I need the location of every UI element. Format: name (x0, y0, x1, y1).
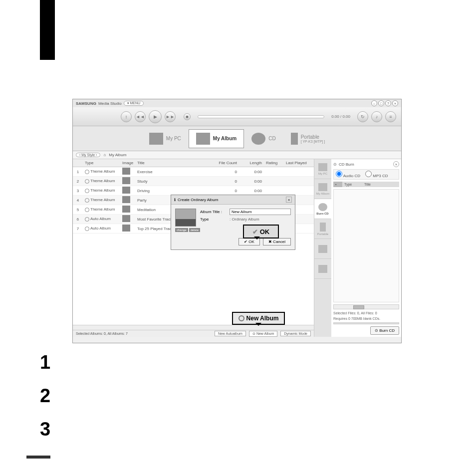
footer-status: Selected Albums: 0, All Albums: 7 (76, 332, 128, 335)
cd-icon (318, 203, 327, 211)
radio-mp3cd[interactable]: MP3 CD (365, 171, 388, 178)
check-icon (252, 228, 258, 236)
dialog-title: Create Ordinary Album (178, 198, 218, 202)
thumbnail-icon (122, 168, 130, 175)
row-index: 4 (73, 197, 83, 204)
table-row[interactable]: 2Theme AlbumStudy00:00 (73, 177, 314, 186)
next-button[interactable]: ►► (165, 111, 176, 122)
progress-bar[interactable] (198, 115, 324, 118)
time-display: 0.00 / 0.00 (331, 114, 350, 119)
menu-button[interactable]: ▾ MENU (124, 101, 144, 106)
portable-icon (320, 223, 326, 232)
panel-title: CD Burn (339, 162, 354, 167)
col-filecount[interactable]: File Count (214, 159, 239, 167)
album-type-value: : Ordinary Album (230, 217, 259, 222)
col-image[interactable]: Image (120, 159, 135, 167)
change-art-button[interactable]: change (175, 228, 188, 232)
capacity-bar (333, 322, 399, 324)
player-bar: ↕ ◄◄ ▶ ►► ■ 0.00 / 0.00 ↻ ♪ ≡ (73, 107, 401, 126)
cd-col-type[interactable]: Type (342, 182, 362, 187)
burn-cd-button[interactable]: ⊙ Burn CD (370, 326, 399, 335)
thumbnail-icon (122, 187, 130, 194)
album-icon (196, 133, 210, 145)
thumbnail-icon (122, 225, 130, 232)
row-index: 2 (73, 178, 83, 185)
col-lastplayed[interactable]: Last Played (284, 159, 314, 167)
new-autoalbum-button[interactable]: New Autoalbum (215, 331, 246, 336)
panel-close-button[interactable]: × (393, 161, 399, 167)
vtab-portable[interactable]: Portable (314, 219, 331, 239)
table-footer: Selected Albums: 0, All Albums: 7 New Au… (73, 330, 314, 337)
help-button[interactable]: ? (385, 100, 391, 106)
row-type: Theme Album (83, 168, 120, 175)
thumbnail-icon (122, 215, 130, 222)
maximize-button[interactable]: □ (378, 100, 384, 106)
pc-icon (149, 133, 163, 145)
row-lastplayed (284, 170, 314, 173)
cd-icon (251, 133, 265, 145)
brand-label: SAMSUNG (76, 101, 96, 106)
row-index: 7 (73, 225, 83, 233)
minimize-button[interactable]: – (371, 100, 377, 106)
repeat-button[interactable]: ↻ (357, 111, 368, 122)
close-button[interactable]: × (392, 100, 398, 106)
nav-mypc[interactable]: My PC (142, 129, 189, 148)
horizontal-scrollbar[interactable] (73, 325, 314, 330)
cd-col-title[interactable]: Title (362, 182, 373, 187)
col-type[interactable]: Type (83, 159, 120, 167)
row-filecount: 0 (214, 187, 239, 195)
vtab-mypc[interactable]: My PC (314, 159, 331, 179)
dynamic-mode-button[interactable]: Dynamic Mode (280, 331, 311, 336)
row-rating (264, 170, 284, 173)
shuffle-button[interactable]: ↕ (121, 111, 132, 122)
nav-portable[interactable]: Portable[ YP-K3 [MTP] ] (283, 129, 333, 148)
callout-ok: OK (243, 225, 279, 238)
vtab-transfer-up[interactable] (314, 259, 331, 279)
cd-burn-list[interactable] (333, 189, 399, 302)
create-album-dialog: ℹ Create Ordinary Album × change delete … (171, 195, 295, 250)
col-rating[interactable]: Rating (264, 159, 284, 167)
row-image (120, 223, 135, 234)
table-row[interactable]: 1Theme AlbumExercise00:00 (73, 167, 314, 177)
row-length: 0:00 (239, 178, 264, 185)
col-length[interactable]: Length (239, 159, 264, 167)
right-sidebar: My PC My Album Burn CD Portable ⊙ CD Bur… (314, 159, 401, 337)
cd-scrollbar[interactable] (333, 304, 399, 309)
album-title-label: Album Title : (200, 210, 228, 214)
delete-art-button[interactable]: delete (189, 228, 200, 232)
row-type: Theme Album (83, 196, 120, 204)
stop-button[interactable]: ■ (184, 113, 191, 120)
table-header: Type Image Title File Count Length Ratin… (73, 159, 314, 167)
vtab-transfer-down[interactable] (314, 239, 331, 259)
row-lastplayed (284, 189, 314, 192)
sidebar-vtabs: My PC My Album Burn CD Portable (314, 159, 331, 337)
step-3: 3 (40, 419, 50, 440)
vtab-burncd[interactable]: Burn CD (314, 199, 331, 219)
col-title[interactable]: Title (135, 159, 214, 167)
play-button[interactable]: ▶ (149, 110, 162, 123)
my-style-button[interactable]: ‹ My Style › (76, 153, 100, 157)
album-art-preview (175, 209, 196, 227)
cd-burn-panel: ⊙ CD Burn × Audio CD MP3 CD ▪ Type Title… (331, 159, 401, 337)
album-icon (318, 183, 327, 191)
volume-button[interactable]: ♪ (371, 111, 382, 122)
thumbnail-icon (122, 196, 130, 203)
radio-audiocd[interactable]: Audio CD (336, 171, 360, 178)
row-title: Exercise (135, 168, 214, 176)
dialog-close-button[interactable]: × (286, 197, 292, 203)
step-1: 1 (40, 352, 50, 373)
eq-button[interactable]: ≡ (385, 111, 396, 122)
row-type: Theme Album (83, 206, 120, 213)
prev-button[interactable]: ◄◄ (135, 111, 146, 122)
album-title-input[interactable] (230, 209, 291, 215)
nav-myalbum[interactable]: My Album (189, 129, 244, 148)
vtab-myalbum[interactable]: My Album (314, 179, 331, 199)
album-type-icon (85, 170, 89, 174)
arrow-up-icon (318, 265, 327, 273)
nav-cd[interactable]: CD (244, 129, 283, 148)
row-title: Driving (135, 187, 214, 195)
home-icon[interactable]: ⌂ (103, 153, 106, 157)
dialog-cancel-button[interactable]: ✖ Cancel (263, 238, 291, 245)
row-index: 1 (73, 168, 83, 176)
new-album-button[interactable]: ⊙ New Album (249, 331, 277, 337)
